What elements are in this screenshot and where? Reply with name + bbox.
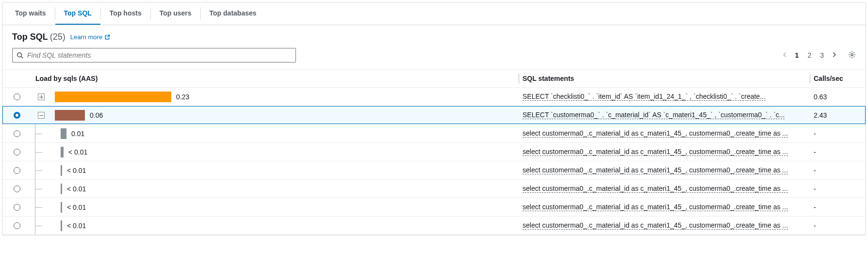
load-cell: 0.01 bbox=[51, 124, 519, 142]
expand-button[interactable] bbox=[38, 93, 45, 100]
page-prev[interactable] bbox=[783, 51, 787, 60]
sql-statement[interactable]: select customerma0_.c_material_id as c_m… bbox=[523, 129, 788, 138]
calls-per-sec: - bbox=[810, 124, 866, 142]
load-value: < 0.01 bbox=[68, 148, 87, 156]
svg-point-1 bbox=[851, 53, 853, 55]
col-load[interactable]: Load by sqls (AAS) bbox=[32, 70, 519, 87]
learn-more-link[interactable]: Learn more bbox=[70, 33, 110, 41]
pagination: 123 bbox=[783, 51, 856, 60]
external-link-icon bbox=[104, 34, 110, 40]
page-2[interactable]: 2 bbox=[806, 50, 812, 60]
settings-button[interactable] bbox=[848, 51, 856, 60]
table-row[interactable]: < 0.01select customerma0_.c_material_id … bbox=[2, 143, 866, 161]
load-bar bbox=[61, 202, 62, 213]
toolbar: 123 bbox=[2, 44, 866, 69]
col-calls[interactable]: Calls/sec bbox=[810, 70, 866, 87]
search-input[interactable] bbox=[27, 51, 292, 59]
load-bar bbox=[61, 165, 62, 176]
row-select-radio[interactable] bbox=[14, 167, 20, 174]
table-body: 0.23SELECT `checklisti0_` . `item_id` AS… bbox=[2, 88, 866, 235]
table-row[interactable]: < 0.01select customerma0_.c_material_id … bbox=[2, 180, 866, 198]
sql-statement[interactable]: select customerma0_.c_material_id as c_m… bbox=[523, 221, 788, 230]
sql-statement[interactable]: select customerma0_.c_material_id as c_m… bbox=[523, 185, 788, 193]
table-header: Load by sqls (AAS) SQL statements Calls/… bbox=[2, 69, 866, 88]
load-value: < 0.01 bbox=[67, 185, 86, 193]
load-cell: < 0.01 bbox=[51, 143, 519, 161]
calls-per-sec: - bbox=[810, 217, 866, 234]
load-cell: < 0.01 bbox=[51, 198, 519, 216]
load-cell: < 0.01 bbox=[51, 161, 519, 179]
load-value: 0.06 bbox=[90, 111, 103, 119]
sql-statement[interactable]: SELECT `checklisti0_` . `item_id` AS `it… bbox=[523, 93, 766, 101]
col-sql[interactable]: SQL statements bbox=[519, 70, 810, 87]
load-cell: < 0.01 bbox=[51, 217, 519, 234]
row-select-radio[interactable] bbox=[14, 112, 20, 119]
load-value: < 0.01 bbox=[67, 167, 86, 174]
learn-more-label: Learn more bbox=[70, 33, 102, 41]
table-row[interactable]: < 0.01select customerma0_.c_material_id … bbox=[2, 217, 866, 235]
tab-db[interactable]: Top databases bbox=[201, 2, 265, 25]
row-select-radio[interactable] bbox=[14, 186, 20, 192]
calls-per-sec: - bbox=[810, 180, 866, 198]
panel-header: Top SQL (25) Learn more bbox=[2, 25, 866, 44]
page-title: Top SQL bbox=[12, 32, 48, 42]
search-icon bbox=[16, 52, 23, 59]
calls-per-sec: - bbox=[810, 143, 866, 161]
calls-per-sec: 2.43 bbox=[810, 106, 866, 124]
tab-sql[interactable]: Top SQL bbox=[55, 2, 100, 25]
table-row[interactable]: < 0.01select customerma0_.c_material_id … bbox=[2, 161, 866, 180]
load-cell: 0.23 bbox=[51, 88, 519, 106]
sql-statement[interactable]: select customerma0_.c_material_id as c_m… bbox=[523, 148, 788, 156]
table-row[interactable]: 0.23SELECT `checklisti0_` . `item_id` AS… bbox=[2, 88, 866, 106]
tab-hosts[interactable]: Top hosts bbox=[101, 2, 150, 25]
page-3[interactable]: 3 bbox=[819, 50, 825, 60]
svg-point-0 bbox=[17, 53, 22, 57]
result-count: (25) bbox=[50, 32, 66, 42]
sql-statement[interactable]: select customerma0_.c_material_id as c_m… bbox=[523, 203, 788, 211]
row-select-radio[interactable] bbox=[14, 130, 20, 137]
load-value: 0.01 bbox=[71, 130, 84, 138]
calls-per-sec: - bbox=[810, 161, 866, 179]
sql-statement[interactable]: SELECT `customerma0_` . `c_material_id` … bbox=[523, 111, 785, 119]
load-value: 0.23 bbox=[176, 93, 189, 101]
calls-per-sec: 0.63 bbox=[810, 88, 866, 106]
page-next[interactable] bbox=[832, 51, 836, 60]
load-value: < 0.01 bbox=[67, 203, 86, 211]
tab-waits[interactable]: Top waits bbox=[6, 2, 55, 25]
load-bar bbox=[61, 184, 62, 194]
search-box[interactable] bbox=[12, 48, 296, 62]
load-bar bbox=[61, 128, 66, 139]
tab-users[interactable]: Top users bbox=[151, 2, 200, 25]
load-cell: < 0.01 bbox=[51, 180, 519, 198]
gear-icon bbox=[848, 51, 856, 59]
load-bar bbox=[61, 220, 62, 231]
load-bar bbox=[55, 92, 171, 102]
load-bar bbox=[55, 110, 85, 121]
calls-per-sec: - bbox=[810, 198, 866, 216]
table-row[interactable]: < 0.01select customerma0_.c_material_id … bbox=[2, 198, 866, 217]
top-sql-panel: Top waitsTop SQLTop hostsTop usersTop da… bbox=[2, 2, 866, 235]
load-bar bbox=[61, 147, 64, 157]
table-row[interactable]: 0.01select customerma0_.c_material_id as… bbox=[2, 124, 866, 143]
load-value: < 0.01 bbox=[67, 222, 86, 230]
page-1[interactable]: 1 bbox=[794, 50, 800, 60]
tabs: Top waitsTop SQLTop hostsTop usersTop da… bbox=[2, 2, 866, 25]
row-select-radio[interactable] bbox=[14, 222, 20, 229]
row-select-radio[interactable] bbox=[14, 149, 20, 155]
table-row[interactable]: 0.06SELECT `customerma0_` . `c_material_… bbox=[2, 106, 866, 124]
collapse-button[interactable] bbox=[38, 112, 45, 119]
row-select-radio[interactable] bbox=[14, 204, 20, 211]
sql-statement[interactable]: select customerma0_.c_material_id as c_m… bbox=[523, 166, 788, 174]
load-cell: 0.06 bbox=[51, 106, 519, 124]
row-select-radio[interactable] bbox=[14, 93, 20, 100]
